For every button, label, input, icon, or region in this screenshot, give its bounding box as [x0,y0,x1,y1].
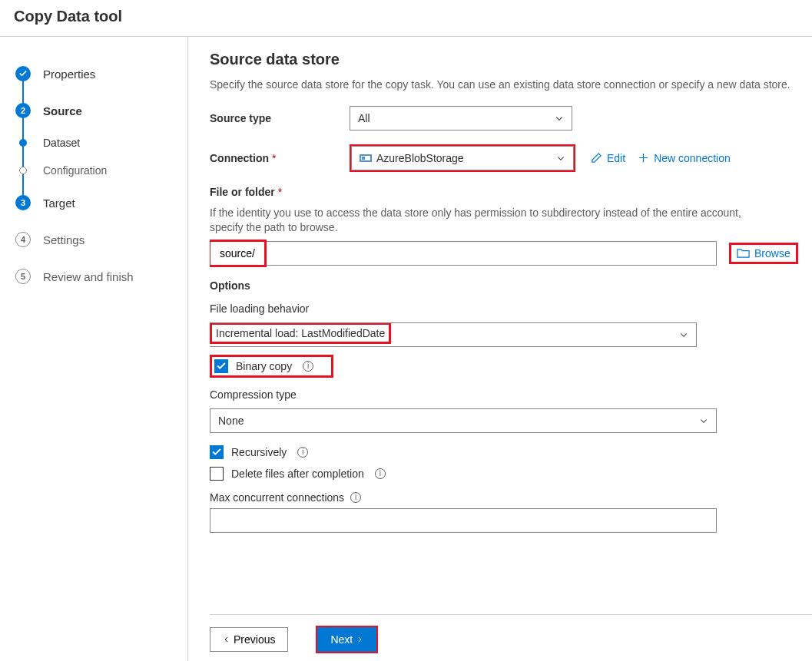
wizard-step-properties[interactable]: Properties [15,55,180,92]
recursively-label: Recursively [231,446,287,458]
wizard-step-label: Source [43,104,82,117]
chevron-right-icon [356,636,363,643]
connection-value: AzureBlobStorage [376,152,464,164]
wizard-substep-configuration[interactable]: Configuration [15,157,180,184]
dot-icon [19,167,27,174]
wizard-substep-dataset[interactable]: Dataset [15,129,180,157]
compression-select[interactable]: None [210,408,717,433]
dot-icon [19,139,27,147]
wizard-step-label: Settings [43,233,85,246]
check-icon [15,66,31,81]
chevron-down-icon [556,154,565,163]
wizard-step-review[interactable]: 5 Review and finish [15,258,180,295]
delete-after-checkbox[interactable] [210,467,224,481]
wizard-step-settings[interactable]: 4 Settings [15,221,180,258]
wizard-substep-label: Dataset [43,137,80,149]
info-icon[interactable]: i [297,447,308,458]
wizard-step-label: Properties [43,68,95,81]
plus-icon [638,152,649,164]
browse-button[interactable]: Browse [731,244,797,263]
step-number-icon: 4 [15,232,31,247]
storage-icon [360,153,372,164]
info-icon[interactable]: i [375,468,386,479]
next-label: Next [330,633,353,646]
compression-label: Compression type [210,388,809,401]
wizard-step-source[interactable]: 2 Source [15,92,180,129]
file-loading-select[interactable] [210,322,697,347]
wizard-step-label: Target [43,197,75,210]
new-connection-label: New connection [654,152,731,164]
file-folder-input-wrap [210,241,717,266]
wizard-footer: Previous Next [210,614,812,661]
source-type-label: Source type [210,112,350,124]
connection-select[interactable]: AzureBlobStorage [351,146,574,170]
wizard-nav: Properties 2 Source Dataset Configuratio… [0,37,188,661]
chevron-left-icon [223,636,230,643]
section-description: Specify the source data store for the co… [210,78,809,92]
max-conn-input-wrap [210,508,717,533]
chevron-down-icon [699,416,708,425]
file-folder-input[interactable] [218,242,708,265]
info-icon[interactable]: i [303,361,313,372]
source-type-select[interactable]: All [350,106,572,131]
step-number-icon: 2 [15,103,31,118]
file-folder-hint: If the identity you use to access the da… [210,206,747,235]
folder-icon [737,247,750,259]
max-conn-input[interactable] [218,509,708,532]
options-heading: Options [210,279,809,292]
compression-value: None [218,415,244,427]
page-title: Copy Data tool [0,0,812,36]
step-number-icon: 3 [15,195,31,210]
wizard-step-target[interactable]: 3 Target [15,184,180,221]
recursively-checkbox[interactable] [210,445,224,459]
new-connection-button[interactable]: New connection [631,149,737,167]
previous-label: Previous [234,633,275,646]
chevron-down-icon [679,330,688,339]
main-panel: Source data store Specify the source dat… [188,37,812,661]
wizard-step-label: Review and finish [43,270,134,283]
step-number-icon: 5 [15,269,31,284]
binary-copy-label: Binary copy [236,360,292,372]
svg-rect-2 [362,157,365,160]
previous-button[interactable]: Previous [210,627,288,652]
next-button[interactable]: Next [317,627,376,652]
pencil-icon [591,152,602,164]
edit-connection-button[interactable]: Edit [585,149,631,167]
chevron-down-icon [555,114,564,123]
wizard-substep-label: Configuration [43,164,107,177]
connection-label: Connection [210,152,350,164]
binary-copy-checkbox[interactable] [214,359,228,373]
source-type-value: All [358,112,370,124]
section-heading: Source data store [210,51,809,68]
file-loading-label: File loading behavior [210,302,809,315]
browse-label: Browse [754,247,790,259]
edit-label: Edit [607,152,625,164]
delete-after-label: Delete files after completion [231,468,364,480]
info-icon[interactable]: i [350,492,361,503]
file-folder-label: File or folder [210,186,809,198]
max-conn-label: Max concurrent connections [210,491,344,504]
